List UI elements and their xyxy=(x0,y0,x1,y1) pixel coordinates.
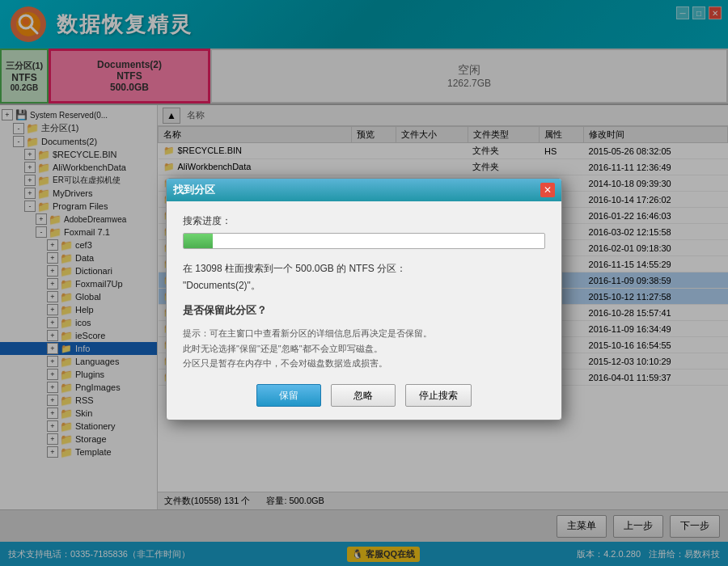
ignore-button[interactable]: 忽略 xyxy=(331,384,396,407)
modal-question: 是否保留此分区？ xyxy=(183,303,545,318)
progress-bar-fill xyxy=(184,234,213,248)
modal-info-line2: "Documents(2)"。 xyxy=(183,280,260,291)
modal-info: 在 13098 柱面搜索到一个 500.0GB 的 NTFS 分区： "Docu… xyxy=(183,260,545,295)
progress-bar-container xyxy=(183,233,545,249)
progress-label: 搜索进度： xyxy=(183,214,545,228)
hint-line2: 此时无论选择"保留"还是"忽略"都不会立即写磁盘。 xyxy=(183,344,383,353)
modal-dialog: 找到分区 ✕ 搜索进度： 在 13098 柱面搜索到一个 500.0GB 的 N… xyxy=(166,178,562,420)
modal-body: 搜索进度： 在 13098 柱面搜索到一个 500.0GB 的 NTFS 分区：… xyxy=(167,201,561,420)
modal-hint: 提示：可在主窗口中查看新分区的详细信息后再决定是否保留。 此时无论选择"保留"还… xyxy=(183,326,545,371)
keep-button[interactable]: 保留 xyxy=(256,384,321,407)
modal-close-button[interactable]: ✕ xyxy=(540,183,555,197)
modal-titlebar: 找到分区 ✕ xyxy=(167,179,561,201)
modal-overlay: 找到分区 ✕ 搜索进度： 在 13098 柱面搜索到一个 500.0GB 的 N… xyxy=(0,0,728,566)
modal-title: 找到分区 xyxy=(173,183,215,197)
modal-buttons: 保留 忽略 停止搜索 xyxy=(183,384,545,407)
hint-line3: 分区只是暂存在内存中，不会对磁盘数据造成损害。 xyxy=(183,358,387,368)
stop-search-button[interactable]: 停止搜索 xyxy=(405,384,472,407)
modal-info-line1: 在 13098 柱面搜索到一个 500.0GB 的 NTFS 分区： xyxy=(183,263,406,274)
hint-line1: 提示：可在主窗口中查看新分区的详细信息后再决定是否保留。 xyxy=(183,328,432,338)
